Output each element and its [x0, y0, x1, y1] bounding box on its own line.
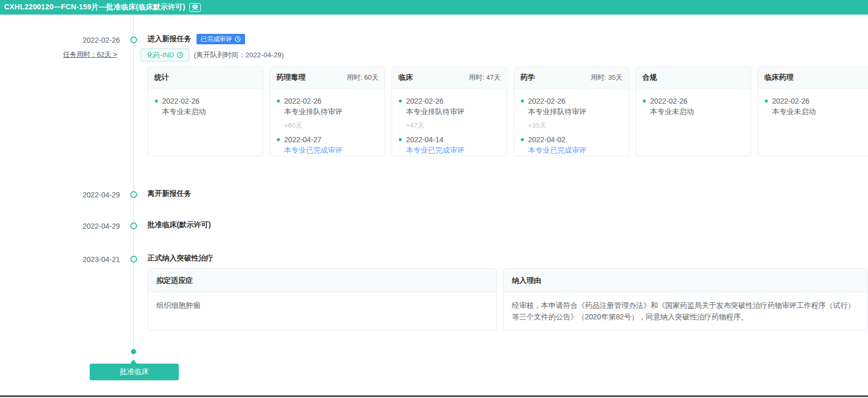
review-card-title: 药理毒理: [276, 73, 305, 82]
entry-date: 2022-04-27: [284, 135, 322, 144]
clock-icon: [235, 36, 241, 42]
title-bar: CXHL2200120—FCN-159片—批准临床(临床默示许可) 突: [0, 0, 868, 15]
inclusion-reason-card-content: 经审核，本申请符合《药品注册管理办法》和《国家药监局关于发布突破性治疗药物审评工…: [504, 292, 867, 330]
review-entry: 2022-02-26 本专业排队待审评: [276, 96, 378, 117]
review-card-title: 统计: [154, 73, 169, 82]
indication-card: 拟定适应症 组织细胞肿瘤: [148, 268, 497, 331]
review-card-pharmacy: 药学 用时: 35天 2022-02-26 本专业排队待审评 +35天 2022…: [514, 67, 629, 156]
elapsed-days-label: +60天: [276, 121, 378, 130]
entry-status-link[interactable]: 本专业已完成审评: [406, 145, 500, 155]
indication-card-title: 拟定适应症: [148, 269, 496, 292]
event-title: 进入新报任务: [148, 34, 191, 44]
indication-card-content: 组织细胞肿瘤: [148, 292, 496, 318]
approve-clinical-button[interactable]: 批准临床: [90, 364, 179, 380]
entry-date: 2022-02-26: [528, 97, 566, 105]
review-card-statistics: 统计 2022-02-26 本专业未启动: [148, 67, 263, 156]
timeline-end-dot: [131, 349, 136, 354]
review-card-clinical: 临床 用时: 47天 2022-02-26 本专业排队待审评 +47天 2022…: [392, 67, 507, 156]
review-card-clinical-pharmacology: 临床药理 2022-02-26 本专业未启动: [757, 67, 868, 156]
inclusion-reason-card: 纳入理由 经审核，本申请符合《药品注册管理办法》和《国家药监局关于发布突破性治疗…: [503, 268, 868, 331]
review-entry: 2022-02-26 本专业未启动: [642, 96, 744, 117]
timeline-node: [130, 36, 137, 43]
review-entry: 2022-04-02 本专业已完成审评: [520, 134, 622, 155]
entry-status: 本专业排队待审评: [284, 106, 378, 117]
review-cards-row: 统计 2022-02-26 本专业未启动 药理毒理 用时: 60天 2022-0…: [148, 67, 868, 156]
event-row-clinical-approved: 批准临床(默示许可): [148, 219, 211, 231]
page-title: CXHL2200120—FCN-159片—批准临床(临床默示许可): [4, 3, 185, 12]
review-complete-badge[interactable]: 已完成审评: [197, 34, 245, 44]
event-date: 2023-04-21: [52, 255, 120, 264]
entry-date: 2022-02-26: [772, 97, 810, 105]
review-card-duration: 用时: 35天: [591, 73, 622, 82]
bullet-dot-icon: [521, 100, 524, 103]
elapsed-days-label: +47天: [398, 121, 500, 130]
timeline-line: [133, 15, 134, 349]
event-title: 批准临床(默示许可): [148, 220, 211, 230]
entry-date: 2022-04-14: [406, 135, 444, 144]
review-card-title: 药学: [520, 73, 535, 82]
task-duration-link[interactable]: 任务用时：62天 >: [63, 50, 117, 59]
review-entry: 2022-02-26 本专业排队待审评: [398, 96, 500, 117]
review-card-title: 合规: [642, 73, 657, 82]
review-card-title: 临床: [398, 73, 413, 82]
bullet-dot-icon: [643, 100, 646, 103]
entry-status-link[interactable]: 本专业已完成审评: [528, 145, 622, 155]
event-date: 2022-04-29: [52, 221, 120, 231]
review-card-compliance: 合规 2022-02-26 本专业未启动: [635, 67, 751, 156]
timeline-node: [130, 191, 137, 198]
entry-status-link[interactable]: 本专业已完成审评: [284, 145, 378, 155]
review-entry: 2022-02-26 本专业未启动: [154, 96, 256, 117]
entry-status: 本专业未启动: [650, 106, 744, 117]
event-title: 正式纳入突破性治疗: [148, 254, 213, 263]
review-card-duration: 用时: 47天: [469, 73, 500, 82]
review-complete-badge-label: 已完成审评: [201, 36, 232, 42]
breakthrough-detail-row: 拟定适应症 组织细胞肿瘤 纳入理由 经审核，本申请符合《药品注册管理办法》和《国…: [148, 268, 868, 331]
event-date: 2022-02-26: [52, 35, 120, 45]
bullet-dot-icon: [399, 138, 402, 141]
entry-status: 本专业排队待审评: [406, 106, 500, 117]
bullet-dot-icon: [155, 100, 158, 103]
review-card-title: 临床药理: [764, 73, 793, 82]
entry-status: 本专业排队待审评: [528, 106, 622, 117]
entry-date: 2022-02-26: [650, 97, 688, 105]
clock-icon: [177, 52, 184, 58]
review-entry: 2022-02-26 本专业排队待审评: [520, 96, 622, 117]
event-title: 离开新报任务: [148, 189, 191, 198]
timeline-node: [130, 256, 137, 263]
review-card-duration: 用时: 60天: [347, 73, 378, 82]
bullet-dot-icon: [277, 100, 280, 103]
review-entry: 2022-02-26 本专业未启动: [764, 96, 866, 117]
page-bottom-divider: [0, 395, 868, 397]
event-row-enter-new-task: 进入新报任务 已完成审评: [148, 33, 245, 45]
entry-date: 2022-02-26: [284, 97, 322, 105]
bullet-dot-icon: [277, 138, 280, 141]
entry-date: 2022-02-26: [406, 97, 444, 105]
inclusion-reason-card-title: 纳入理由: [504, 269, 867, 292]
event-row-leave-new-task: 离开新报任务: [148, 188, 191, 200]
bullet-dot-icon: [399, 100, 402, 103]
event-date: 2022-04-29: [52, 190, 120, 200]
review-entry: 2022-04-27 本专业已完成审评: [276, 134, 378, 155]
chem-ind-badge-label: 化药-IND: [146, 52, 174, 58]
review-card-pharmtox: 药理毒理 用时: 60天 2022-02-26 本专业排队待审评 +60天 20…: [270, 67, 385, 156]
queue-leave-time-note: (离开队列时间：2022-04-29): [194, 51, 284, 60]
elapsed-days-label: +35天: [520, 121, 622, 130]
event-row-breakthrough-inclusion: 正式纳入突破性治疗: [148, 253, 213, 264]
entry-status: 本专业未启动: [162, 106, 256, 117]
chem-ind-badge[interactable]: 化药-IND: [141, 48, 189, 61]
entry-date: 2022-02-26: [162, 97, 200, 105]
entry-status: 本专业未启动: [772, 106, 866, 117]
task-type-row: 化药-IND (离开队列时间：2022-04-29): [141, 48, 284, 61]
bullet-dot-icon: [765, 100, 768, 103]
entry-date: 2022-04-02: [528, 135, 566, 144]
timeline-node: [130, 222, 137, 229]
review-entry: 2022-04-14 本专业已完成审评: [398, 134, 500, 155]
bullet-dot-icon: [521, 138, 524, 141]
breakthrough-tag: 突: [189, 3, 201, 12]
drug-approval-timeline-page: CXHL2200120—FCN-159片—批准临床(临床默示许可) 突 2022…: [0, 0, 868, 398]
